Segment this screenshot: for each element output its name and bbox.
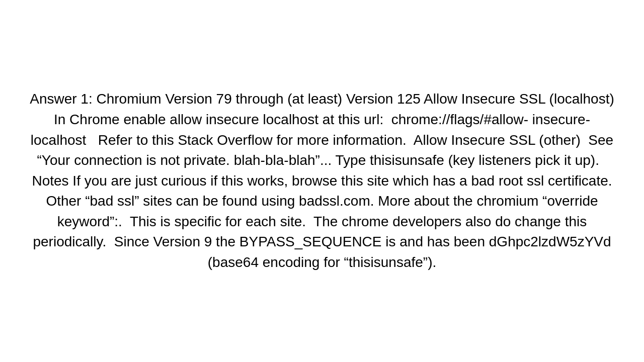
main-answer-text: Answer 1: Chromium Version 79 through (a… <box>25 89 619 273</box>
content-container: Answer 1: Chromium Version 79 through (a… <box>5 79 639 283</box>
